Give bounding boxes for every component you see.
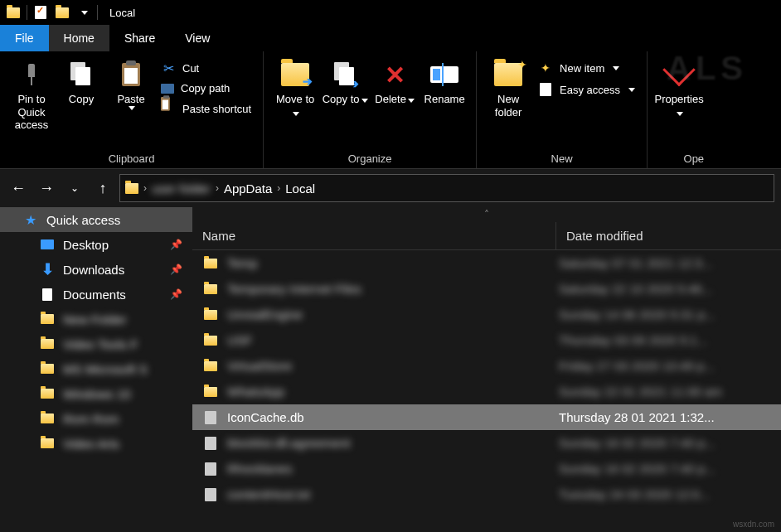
copy-to-icon: ➔: [334, 62, 356, 87]
checkmark-icon: [662, 54, 696, 87]
sidebar-item-blurred[interactable]: Windows 10: [0, 381, 192, 406]
sidebar-item-blurred[interactable]: Video Tools F: [0, 331, 192, 356]
sidebar-item-blurred[interactable]: New Folder: [0, 307, 192, 331]
folder-icon: [202, 259, 219, 268]
address-bar[interactable]: › user folder › AppData › Local: [119, 174, 774, 202]
copy-path-icon: [161, 84, 174, 94]
new-item-button[interactable]: ✦ New item: [533, 58, 640, 78]
file-row[interactable]: USFThursday 03 09 2020 5:1...: [192, 327, 781, 353]
easy-access-caret-icon: [628, 88, 635, 92]
file-row[interactable]: UnrealEngineSunday 14 06 2020 5:31 p...: [192, 302, 781, 327]
sidebar-quick-access[interactable]: ★ Quick access: [0, 207, 192, 232]
qat-customize-dropdown[interactable]: [75, 4, 92, 21]
folder-icon: [40, 336, 55, 351]
file-icon: [202, 411, 219, 424]
new-folder-icon: ✦: [494, 63, 522, 86]
sidebar-label: Documents: [63, 288, 126, 302]
delete-button[interactable]: ✕ Delete: [370, 55, 420, 109]
delete-icon: ✕: [385, 60, 405, 89]
move-to-label: Move to: [272, 93, 318, 118]
copy-button[interactable]: Copy: [56, 55, 106, 109]
delete-label: Delete: [375, 93, 415, 106]
file-row[interactable]: RhocklanesSunday 16 02 2020 7:40 p...: [192, 456, 781, 481]
downloads-icon: ⬇: [40, 262, 55, 277]
copy-path-button[interactable]: Copy path: [156, 80, 256, 97]
column-headers: Name Date modified: [192, 222, 781, 250]
sidebar-item-blurred[interactable]: Rom Rom: [0, 406, 192, 431]
copy-label: Copy: [69, 93, 94, 106]
copy-path-label: Copy path: [181, 82, 230, 94]
sidebar-label: Video Arts: [63, 437, 119, 451]
sidebar-label: Downloads: [63, 263, 124, 277]
up-button[interactable]: ↑: [91, 177, 114, 200]
navigation-pane: ˄ ★ Quick access Desktop 📌 ⬇ Downloads 📌…: [0, 207, 192, 532]
clipboard-group-label: Clipboard: [7, 151, 256, 167]
file-icon: [202, 437, 219, 450]
file-row[interactable]: TempSaturday 07 01 2021 12:3...: [192, 250, 781, 276]
tab-home[interactable]: Home: [49, 25, 109, 51]
tab-file[interactable]: File: [0, 25, 49, 51]
qat-properties-icon[interactable]: [32, 4, 49, 21]
sidebar-label: Quick access: [46, 213, 120, 227]
folder-icon: [202, 284, 219, 294]
file-icon: [202, 462, 219, 476]
paste-icon: [122, 63, 140, 86]
scissors-icon: ✂: [161, 60, 176, 75]
column-name[interactable]: Name: [192, 222, 555, 249]
paste-shortcut-button[interactable]: Paste shortcut: [156, 99, 256, 118]
file-row[interactable]: contentHost.txtTuesday 24 03 2020 12:0..…: [192, 481, 781, 507]
easy-access-icon: [538, 82, 553, 97]
tab-share[interactable]: Share: [109, 25, 170, 51]
folder-icon: [40, 386, 55, 401]
new-folder-label: New folder: [485, 93, 531, 118]
sidebar-documents[interactable]: Documents 📌: [0, 282, 192, 307]
file-row-selected[interactable]: IconCache.dbThursday 28 01 2021 1:32...: [192, 404, 781, 430]
file-row[interactable]: WhatsAppSunday 22 01 2021 11:00 am: [192, 379, 781, 404]
forward-button[interactable]: →: [35, 177, 58, 200]
ribbon-group-open: Properties Ope: [648, 51, 711, 168]
sidebar-label: Desktop: [63, 238, 109, 252]
new-folder-button[interactable]: ✦ New folder: [483, 55, 533, 122]
column-date-modified[interactable]: Date modified: [555, 222, 781, 249]
pin-to-quick-access-button[interactable]: Pin to Quick access: [7, 55, 56, 135]
copy-to-button[interactable]: ➔ Copy to: [320, 55, 370, 109]
breadcrumb-local[interactable]: Local: [285, 181, 315, 196]
breadcrumb-appdata[interactable]: AppData: [224, 181, 272, 196]
ribbon-group-clipboard: Pin to Quick access Copy Paste ✂ Cut Cop…: [0, 51, 264, 168]
sidebar-desktop[interactable]: Desktop 📌: [0, 232, 192, 257]
pin-label: Pin to Quick access: [8, 93, 55, 132]
move-to-icon: ➔: [281, 63, 309, 86]
file-row[interactable]: Temporary Internet FilesSaturday 22 10 2…: [192, 276, 781, 302]
paste-shortcut-icon: [161, 101, 176, 116]
collapse-ribbon-caret[interactable]: ˄: [192, 207, 781, 222]
properties-button[interactable]: Properties: [654, 55, 704, 122]
recent-locations-dropdown[interactable]: ⌄: [63, 177, 86, 200]
easy-access-button[interactable]: Easy access: [533, 80, 640, 99]
file-row[interactable]: VirtualStoreFriday 27 03 2020 10:49 p...: [192, 353, 781, 379]
folder-icon: [202, 361, 219, 371]
folder-icon: [202, 336, 219, 346]
properties-label: Properties: [654, 93, 703, 118]
breadcrumb-user[interactable]: user folder: [152, 181, 211, 196]
cut-button[interactable]: ✂ Cut: [156, 58, 256, 78]
sidebar-downloads[interactable]: ⬇ Downloads 📌: [0, 257, 192, 282]
move-to-button[interactable]: ➔ Move to: [270, 55, 320, 122]
back-button[interactable]: ←: [7, 177, 30, 200]
qat-newfolder-icon[interactable]: [54, 4, 70, 21]
paste-button[interactable]: Paste: [106, 55, 156, 114]
folder-icon: [40, 312, 55, 326]
rename-label: Rename: [424, 93, 465, 106]
tab-view[interactable]: View: [170, 25, 225, 51]
app-folder-icon: [5, 4, 22, 21]
file-row[interactable]: blocklist.dll.agreementSunday 16 02 2020…: [192, 430, 781, 456]
copy-to-label: Copy to: [323, 93, 368, 106]
sidebar-item-blurred[interactable]: MS Microsoft S: [0, 356, 192, 381]
open-group-label: Ope: [654, 151, 704, 167]
rename-button[interactable]: Rename: [420, 55, 469, 109]
file-date: Thursday 28 01 2021 1:32...: [559, 410, 771, 424]
organize-group-label: Organize: [270, 151, 469, 167]
file-icon: [202, 488, 219, 501]
new-item-label: New item: [560, 62, 604, 75]
sidebar-item-blurred[interactable]: Video Arts: [0, 431, 192, 456]
ribbon: Pin to Quick access Copy Paste ✂ Cut Cop…: [0, 51, 781, 169]
